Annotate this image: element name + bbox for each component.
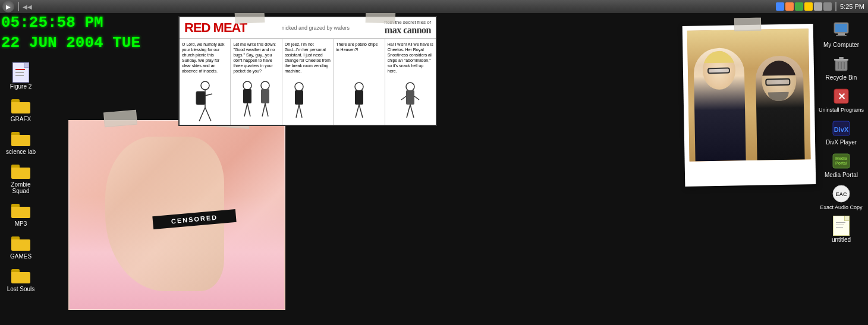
panel-1-text: O Lord, we humbly ask your blessing for … bbox=[182, 42, 228, 74]
sidebar-label-mp3: MP3 bbox=[15, 220, 27, 227]
play-button[interactable]: ▶ bbox=[2, 1, 14, 12]
sidebar-label-recycle-bin: Recycle Bin bbox=[826, 74, 857, 81]
svg-line-9 bbox=[247, 103, 250, 116]
comic-strip: RED MEAT nicked and grazed by wafers fro… bbox=[178, 16, 437, 126]
sidebar-item-untitled[interactable]: untitled bbox=[814, 214, 868, 245]
panel-3-figure bbox=[285, 74, 331, 122]
svg-line-21 bbox=[359, 105, 363, 118]
svg-point-14 bbox=[295, 83, 303, 91]
sidebar-item-my-computer[interactable]: My Computer bbox=[814, 19, 868, 51]
beard bbox=[768, 92, 789, 102]
svg-text:✕: ✕ bbox=[838, 91, 845, 102]
tape-polaroid bbox=[734, 18, 761, 31]
sidebar-label-zombie-squad: Zombie Squad bbox=[2, 181, 39, 194]
comic-area: RED MEAT nicked and grazed by wafers fro… bbox=[175, 13, 443, 147]
svg-rect-7 bbox=[243, 89, 251, 103]
svg-line-20 bbox=[356, 105, 359, 118]
figure-svg-5 bbox=[398, 81, 422, 122]
tray-separator bbox=[835, 2, 836, 11]
sidebar-left: Figure 2 GRAFX science lab Zombie Squad … bbox=[0, 61, 42, 295]
panel-2-figure bbox=[233, 74, 279, 122]
svg-line-26 bbox=[401, 96, 406, 100]
divx-icon: DivX bbox=[832, 119, 851, 138]
svg-rect-34 bbox=[839, 57, 844, 59]
sidebar-item-media-portal[interactable]: Media Portal Media Portal bbox=[814, 149, 868, 181]
taskbar[interactable]: ▶ ◀◀ 5:25 PM bbox=[0, 0, 868, 13]
polaroid-frame bbox=[683, 24, 816, 187]
figure2-icon bbox=[11, 63, 30, 82]
svg-rect-11 bbox=[261, 89, 269, 103]
taskbar-left: ▶ ◀◀ bbox=[0, 1, 32, 12]
tray-icon-5 bbox=[814, 2, 822, 11]
censored-label: CENSORED bbox=[171, 214, 218, 225]
svg-line-12 bbox=[262, 103, 265, 116]
comic-panel-1: O Lord, we humbly ask your blessing for … bbox=[180, 39, 231, 125]
sidebar-item-lost-souls[interactable]: Lost Souls bbox=[0, 263, 42, 295]
folder-shape-games bbox=[11, 234, 30, 251]
face-right bbox=[762, 61, 797, 102]
person-left bbox=[693, 48, 746, 161]
sidebar-item-grafx[interactable]: GRAFX bbox=[0, 93, 42, 125]
figure-svg-2 bbox=[238, 81, 274, 122]
byline-author: max cannon bbox=[384, 25, 431, 36]
panel-4-text: There are potato chips in Heaven?! bbox=[336, 42, 382, 52]
sidebar-item-uninstall[interactable]: ✕ Uninstall Programs bbox=[814, 84, 868, 115]
pinup-area: CENSORED bbox=[68, 120, 285, 310]
svg-rect-30 bbox=[838, 33, 845, 35]
svg-rect-23 bbox=[406, 90, 414, 105]
sidebar-item-mp3[interactable]: MP3 bbox=[0, 198, 42, 229]
folder-shape-lost-souls bbox=[11, 267, 30, 283]
pinup-bg: CENSORED bbox=[68, 120, 285, 310]
recycle-svg bbox=[832, 54, 851, 73]
tape-pinup-left bbox=[103, 110, 137, 128]
mp3-icon bbox=[11, 200, 30, 219]
svg-line-3 bbox=[199, 108, 205, 121]
face-left bbox=[702, 51, 735, 90]
sidebar-item-games[interactable]: GAMES bbox=[0, 231, 42, 262]
svg-point-6 bbox=[243, 81, 251, 90]
computer-svg bbox=[832, 21, 851, 40]
glasses-right bbox=[765, 78, 790, 86]
sidebar-item-figure2[interactable]: Figure 2 bbox=[0, 61, 42, 92]
svg-point-18 bbox=[355, 83, 363, 91]
svg-rect-29 bbox=[835, 24, 847, 32]
svg-line-13 bbox=[265, 103, 268, 116]
uninstall-svg: ✕ bbox=[832, 87, 851, 106]
svg-point-10 bbox=[261, 81, 269, 90]
taskbar-right: 5:25 PM bbox=[776, 2, 868, 11]
svg-rect-19 bbox=[355, 90, 363, 105]
clock-time: 05:25:58 PM bbox=[1, 13, 140, 33]
tray-icon-1 bbox=[776, 2, 784, 11]
svg-rect-33 bbox=[834, 59, 848, 61]
tray-icon-network bbox=[823, 2, 832, 11]
folder-shape-grafx bbox=[11, 97, 30, 113]
clock-date: 22 JUN 2004 TUE bbox=[1, 33, 140, 53]
figure-svg-1 bbox=[193, 81, 217, 122]
my-computer-icon bbox=[832, 21, 851, 40]
svg-line-24 bbox=[407, 105, 410, 118]
sidebar-right: My Computer Recycle Bin ✕ bbox=[814, 13, 868, 245]
sidebar-label-grafx: GRAFX bbox=[11, 116, 31, 122]
sidebar-item-eac[interactable]: EAC Exact Audio Copy bbox=[814, 182, 868, 213]
sidebar-item-recycle-bin[interactable]: Recycle Bin bbox=[814, 52, 868, 83]
sidebar-label-games: GAMES bbox=[10, 253, 32, 260]
svg-text:DivX: DivX bbox=[834, 126, 849, 133]
folder-shape-mp3 bbox=[11, 201, 30, 218]
sidebar-label-eac: Exact Audio Copy bbox=[820, 204, 862, 210]
sidebar-item-divx[interactable]: DivX DivX Player bbox=[814, 116, 868, 148]
sidebar-label-media-portal: Media Portal bbox=[825, 172, 858, 178]
sidebar-label-untitled: untitled bbox=[832, 236, 851, 243]
hair-left bbox=[702, 51, 735, 63]
svg-text:Media: Media bbox=[835, 156, 847, 160]
comic-subtitle: nicked and grazed by wafers bbox=[281, 25, 350, 31]
comic-header: RED MEAT nicked and grazed by wafers fro… bbox=[180, 17, 436, 39]
media-portal-svg: Media Portal bbox=[832, 152, 851, 171]
svg-text:Portal: Portal bbox=[835, 161, 847, 165]
grafx-icon bbox=[11, 96, 30, 115]
sidebar-item-science-lab[interactable]: science lab bbox=[0, 126, 42, 157]
figure-svg-4 bbox=[347, 81, 371, 122]
divx-svg: DivX bbox=[832, 119, 851, 138]
sidebar-item-zombie-squad[interactable]: Zombie Squad bbox=[0, 159, 42, 197]
comic-panel-3: Oh jeez, I'm not God...I'm her personal … bbox=[282, 39, 334, 125]
eac-svg: EAC bbox=[832, 184, 851, 203]
